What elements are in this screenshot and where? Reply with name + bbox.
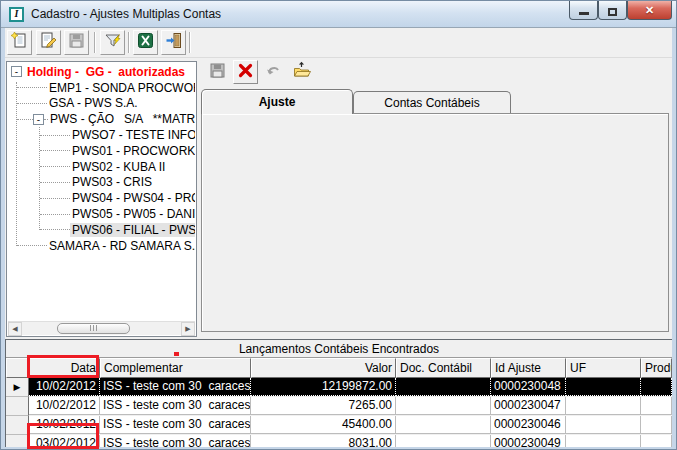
column-header-valor[interactable]: Valor xyxy=(251,358,396,378)
tree-item-label: PWS02 - KUBA II xyxy=(70,160,167,174)
tree-item[interactable]: PWS02 - KUBA II xyxy=(7,159,195,175)
tree-item[interactable]: PWS04 - PWS04 - PROCV xyxy=(7,190,195,206)
open-icon xyxy=(292,61,311,84)
tree-horizontal-scrollbar[interactable]: ◀ ▶ xyxy=(8,321,195,335)
table-row[interactable]: 10/02/2012ISS - teste com 30 caracestes … xyxy=(6,416,672,435)
cell-complementar[interactable]: ISS - teste com 30 caracestes - xyxy=(100,378,251,396)
toolbar-separator xyxy=(189,32,190,53)
tree-item-label: PWS06 - FILIAL - PWS06 xyxy=(70,223,195,237)
undo-icon xyxy=(264,61,283,84)
cell-uf[interactable] xyxy=(566,416,641,434)
tree-connector xyxy=(40,166,70,167)
cell-doc-contabil[interactable] xyxy=(396,397,491,415)
tab-contas-contabeis[interactable]: Contas Contábeis xyxy=(353,91,511,113)
cell-valor[interactable]: 45400.00 xyxy=(251,416,396,434)
cell-id-ajuste[interactable]: 0000230046 xyxy=(491,416,566,434)
tree-item[interactable]: PWS05 - PW05 - DANIEL xyxy=(7,206,195,222)
column-header-doc-contabil[interactable]: Doc. Contábil xyxy=(396,358,491,378)
tree-item[interactable]: -Holding - GG - autorizadas xyxy=(7,64,195,80)
cell-date[interactable]: 10/02/2012 xyxy=(29,378,100,396)
tree-item-label: PWSO7 - TESTE INFORMA xyxy=(70,128,195,142)
tree-connector xyxy=(17,119,33,120)
tree-connector xyxy=(40,135,70,136)
tree-item[interactable]: PWS06 - FILIAL - PWS06 xyxy=(7,222,195,238)
maximize-button[interactable] xyxy=(598,1,627,20)
cell-complementar[interactable]: ISS - teste com 30 caracestes - xyxy=(100,397,251,415)
scroll-left-arrow-icon[interactable]: ◀ xyxy=(8,322,22,336)
cell-uf[interactable] xyxy=(566,378,641,396)
tree-item-label: PWS05 - PW05 - DANIEL xyxy=(70,207,195,221)
tree-item[interactable]: SAMARA - RD SAMARA S.A xyxy=(7,238,195,254)
current-row-arrow-icon: ▶ xyxy=(14,379,21,395)
form-save-button[interactable] xyxy=(205,60,230,84)
tree-item[interactable]: GSA - PWS S.A. xyxy=(7,96,195,112)
column-header-uf[interactable]: UF xyxy=(566,358,641,378)
cell-produto[interactable] xyxy=(641,378,672,396)
form-open-button[interactable] xyxy=(289,60,314,84)
column-header-complementar[interactable]: Complementar xyxy=(100,358,251,378)
app-icon: I xyxy=(9,7,24,22)
filter-button[interactable] xyxy=(100,30,125,55)
row-selector-cell[interactable] xyxy=(6,397,29,416)
form-cancel-button[interactable] xyxy=(233,60,258,84)
window-frame-right xyxy=(672,28,676,449)
save-button[interactable] xyxy=(64,30,89,55)
tree-item-label: PWS01 - PROCWORK xyxy=(70,144,195,158)
close-button[interactable]: ✕ xyxy=(627,1,672,20)
row-selector-cell[interactable] xyxy=(6,416,29,435)
minimize-icon xyxy=(579,12,589,15)
current-row-indicator[interactable]: ▶ xyxy=(6,378,29,397)
cell-uf[interactable] xyxy=(566,397,641,415)
column-header-produto[interactable]: Produto xyxy=(641,358,672,378)
toolbar-separator xyxy=(94,32,95,53)
edit-document-button[interactable] xyxy=(36,30,61,55)
cell-valor[interactable]: 7265.00 xyxy=(251,397,396,415)
cell-valor[interactable]: 12199872.00 xyxy=(251,378,396,396)
app-window: I Cadastro - Ajustes Multiplas Contas ✕ … xyxy=(0,0,677,450)
cell-date[interactable]: 10/02/2012 xyxy=(29,397,100,415)
tab-ajuste[interactable]: Ajuste xyxy=(201,89,353,114)
excel-export-button[interactable] xyxy=(133,30,158,55)
grid-caption: Lançamentos Contábeis Encontrados xyxy=(6,340,672,358)
tree-connector xyxy=(17,87,47,88)
scrollbar-thumb[interactable] xyxy=(57,323,130,334)
lancamentos-table: DataComplementarValorDoc. ContábilId Aju… xyxy=(6,358,672,450)
form-undo-button[interactable] xyxy=(261,60,286,84)
collapse-icon[interactable]: - xyxy=(11,66,22,77)
cell-doc-contabil[interactable] xyxy=(396,416,491,434)
cell-id-ajuste[interactable]: 0000230047 xyxy=(491,397,566,415)
cell-produto[interactable] xyxy=(641,397,672,415)
cell-date[interactable]: 10/02/2012 xyxy=(29,416,100,434)
minimize-button[interactable] xyxy=(569,1,598,20)
window-frame-left xyxy=(1,28,5,449)
window-title: Cadastro - Ajustes Multiplas Contas xyxy=(31,7,221,21)
new-document-button[interactable] xyxy=(7,30,32,55)
cell-doc-contabil[interactable] xyxy=(396,378,491,396)
close-icon: ✕ xyxy=(645,4,654,17)
scroll-right-arrow-icon[interactable]: ▶ xyxy=(181,322,195,336)
tree-item[interactable]: EMP1 - SONDA PROCWORK I xyxy=(7,80,195,96)
column-header-date[interactable]: Data xyxy=(29,358,100,378)
scrollbar-track[interactable] xyxy=(22,322,181,336)
tree-item[interactable]: PWS03 - CRIS xyxy=(7,175,195,191)
tree-item[interactable]: PWSO7 - TESTE INFORMA xyxy=(7,127,195,143)
cell-produto[interactable] xyxy=(641,416,672,434)
tree-item[interactable]: PWS01 - PROCWORK xyxy=(7,143,195,159)
table-row[interactable]: 10/02/2012ISS - teste com 30 caracestes … xyxy=(6,397,672,416)
filter-icon xyxy=(103,31,122,54)
save-icon xyxy=(208,61,227,84)
cell-complementar[interactable]: ISS - teste com 30 caracestes - xyxy=(100,416,251,434)
collapse-icon[interactable]: - xyxy=(33,114,44,125)
tree-item[interactable]: -PWS - ÇÃO S/A **MATRIZ xyxy=(7,111,195,127)
lancamentos-grid-panel: Lançamentos Contábeis Encontrados DataCo… xyxy=(5,339,673,449)
edit-document-icon xyxy=(39,31,58,54)
exit-button[interactable] xyxy=(161,30,186,55)
cell-id-ajuste[interactable]: 0000230048 xyxy=(491,378,566,396)
toolbar-separator xyxy=(128,32,129,53)
tree-item-label: PWS - ÇÃO S/A **MATRIZ xyxy=(48,112,195,126)
tree-item-label: GSA - PWS S.A. xyxy=(47,96,140,110)
tree-item-label: Holding - GG - autorizadas xyxy=(25,65,187,79)
new-document-icon xyxy=(10,31,29,54)
column-header-id-ajuste[interactable]: Id Ajuste xyxy=(491,358,566,378)
table-row[interactable]: ▶10/02/2012ISS - teste com 30 caracestes… xyxy=(6,378,672,397)
